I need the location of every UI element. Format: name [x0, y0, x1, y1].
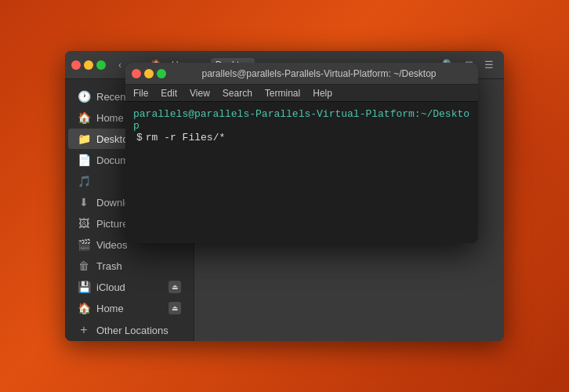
terminal-menubar: File Edit View Search Terminal Help	[125, 85, 478, 102]
terminal-close-button[interactable]	[132, 69, 141, 78]
prompt-command: rm -r Files/*	[146, 132, 225, 143]
desktop-icon: 📁	[78, 132, 90, 145]
prompt-user: parallels@parallels-Parallels-Virtual-Pl…	[133, 108, 470, 132]
eject-home-button[interactable]: ⏏	[169, 302, 181, 314]
terminal-minimize-button[interactable]	[144, 69, 154, 78]
recent-icon: 🕐	[78, 90, 90, 103]
terminal-window: parallels@parallels-Parallels-Virtual-Pl…	[125, 63, 478, 243]
terminal-titlebar: parallels@parallels-Parallels-Virtual-Pl…	[125, 63, 478, 85]
terminal-menu-edit[interactable]: Edit	[159, 88, 179, 99]
other-icon: +	[78, 323, 90, 337]
prompt-dollar: $	[136, 132, 143, 143]
sidebar-label-icloud: iCloud	[96, 281, 162, 293]
sidebar-label-trash: Trash	[96, 260, 181, 272]
terminal-menu-file[interactable]: File	[132, 88, 150, 99]
sidebar-item-home2[interactable]: 🏠 Home ⏏	[68, 298, 190, 318]
minimize-button[interactable]	[84, 60, 93, 70]
downloads-icon: ⬇	[78, 196, 90, 209]
sidebar-item-icloud[interactable]: 💾 iCloud ⏏	[68, 277, 190, 297]
maximize-button[interactable]	[96, 60, 106, 70]
terminal-controls	[132, 69, 166, 78]
terminal-menu-terminal[interactable]: Terminal	[263, 88, 302, 99]
documents-icon: 📄	[78, 154, 90, 166]
trash-icon: 🗑	[78, 260, 90, 272]
terminal-maximize-button[interactable]	[157, 69, 166, 78]
terminal-menu-help[interactable]: Help	[311, 88, 334, 99]
sidebar-item-trash[interactable]: 🗑 Trash	[68, 256, 190, 276]
pictures-icon: 🖼	[78, 217, 90, 230]
terminal-body[interactable]: parallels@parallels-Parallels-Virtual-Pl…	[125, 102, 478, 243]
terminal-title: parallels@parallels-Parallels-Virtual-Pl…	[166, 68, 472, 79]
window-controls	[71, 60, 106, 70]
close-button[interactable]	[71, 60, 81, 70]
home2-icon: 🏠	[78, 302, 90, 314]
icloud-icon: 💾	[78, 281, 90, 293]
menu-button[interactable]: ☰	[480, 56, 498, 74]
sidebar-item-other[interactable]: + Other Locations	[68, 319, 190, 341]
videos-icon: 🎬	[78, 238, 90, 251]
eject-icloud-button[interactable]: ⏏	[169, 281, 181, 293]
sidebar-label-home2: Home	[96, 303, 162, 314]
music-icon: 🎵	[78, 175, 90, 187]
sidebar-label-other: Other Locations	[96, 325, 181, 336]
terminal-menu-view[interactable]: View	[188, 88, 212, 99]
terminal-menu-search[interactable]: Search	[221, 88, 254, 99]
terminal-prompt-line: parallels@parallels-Parallels-Virtual-Pl…	[133, 108, 470, 143]
home-icon: 🏠	[78, 111, 90, 124]
